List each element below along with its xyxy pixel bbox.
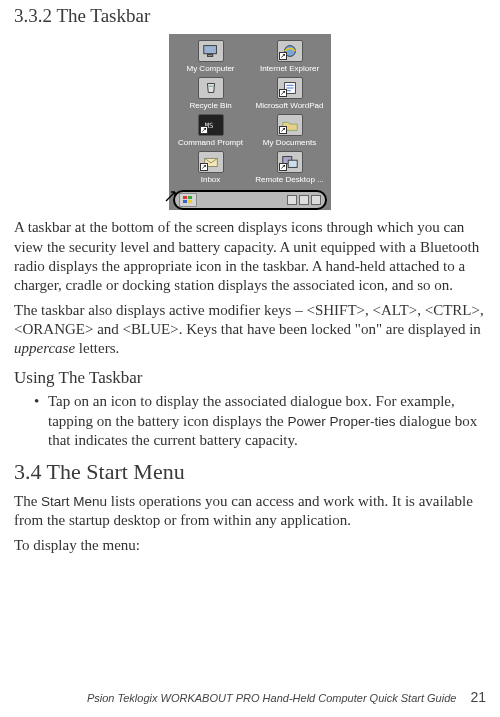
using-taskbar-heading: Using The Taskbar xyxy=(14,367,486,389)
icon-label: My Computer xyxy=(186,64,234,73)
para-modifier-keys: The taskbar also displays active modifie… xyxy=(14,301,486,359)
svg-rect-9 xyxy=(188,196,192,199)
icon-label: Command Prompt xyxy=(178,138,243,147)
icon-label: Remote Desktop ... xyxy=(255,175,323,184)
system-tray xyxy=(287,195,321,205)
wince-desktop: My Computer ↗ Internet Explorer Recycle … xyxy=(169,34,331,210)
icon-my-computer: My Computer xyxy=(173,40,248,75)
inbox-icon: ↗ xyxy=(198,151,224,173)
tray-icon xyxy=(311,195,321,205)
shortcut-arrow-icon: ↗ xyxy=(279,163,287,171)
computer-icon xyxy=(198,40,224,62)
svg-rect-10 xyxy=(183,200,187,203)
shortcut-arrow-icon: ↗ xyxy=(279,52,287,60)
rdp-icon: ↗ xyxy=(277,151,303,173)
section-332-heading: 3.3.2 The Taskbar xyxy=(14,4,486,28)
para-display-menu: To display the menu: xyxy=(14,536,486,555)
using-taskbar-list: Tap on an icon to display the associated… xyxy=(14,392,486,450)
icon-internet-explorer: ↗ Internet Explorer xyxy=(252,40,327,75)
icon-wordpad: ↗ Microsoft WordPad xyxy=(252,77,327,112)
ie-icon: ↗ xyxy=(277,40,303,62)
icon-my-documents: ↗ My Documents xyxy=(252,114,327,149)
icon-label: Microsoft WordPad xyxy=(256,101,324,110)
page-footer: Psion Teklogix WORKABOUT PRO Hand-Held C… xyxy=(14,689,486,707)
shortcut-arrow-icon: ↗ xyxy=(279,126,287,134)
svg-rect-8 xyxy=(183,196,187,199)
para-taskbar-intro: A taskbar at the bottom of the screen di… xyxy=(14,218,486,295)
svg-rect-1 xyxy=(207,55,212,57)
footer-title: Psion Teklogix WORKABOUT PRO Hand-Held C… xyxy=(87,691,456,705)
recycle-icon xyxy=(198,77,224,99)
para-start-menu-intro: The Start Menu lists operations you can … xyxy=(14,492,486,530)
folder-icon: ↗ xyxy=(277,114,303,136)
desktop-icon-grid: My Computer ↗ Internet Explorer Recycle … xyxy=(173,40,327,186)
section-34-heading: 3.4 The Start Menu xyxy=(14,458,486,486)
cmd-icon: MS ↗ xyxy=(198,114,224,136)
text-italic: uppercase xyxy=(14,340,75,356)
start-button-icon xyxy=(179,193,197,207)
icon-label: Recycle Bin xyxy=(189,101,231,110)
shortcut-arrow-icon: ↗ xyxy=(200,126,208,134)
text: letters. xyxy=(75,340,119,356)
svg-rect-7 xyxy=(288,161,297,168)
text: The xyxy=(14,493,41,509)
ui-term: Power Proper-ties xyxy=(288,414,396,429)
icon-recycle-bin: Recycle Bin xyxy=(173,77,248,112)
icon-label: Inbox xyxy=(201,175,221,184)
ui-term: Start Menu xyxy=(41,494,107,509)
icon-label: Internet Explorer xyxy=(260,64,319,73)
page-number: 21 xyxy=(470,689,486,707)
svg-rect-11 xyxy=(188,200,192,203)
callout-arrow-icon xyxy=(165,188,179,202)
tray-icon xyxy=(299,195,309,205)
list-item: Tap on an icon to display the associated… xyxy=(34,392,486,450)
icon-command-prompt: MS ↗ Command Prompt xyxy=(173,114,248,149)
text: The taskbar also displays active modifie… xyxy=(14,302,484,337)
svg-rect-0 xyxy=(203,46,216,54)
icon-inbox: ↗ Inbox xyxy=(173,151,248,186)
tray-icon xyxy=(287,195,297,205)
taskbar xyxy=(173,190,327,210)
shortcut-arrow-icon: ↗ xyxy=(200,163,208,171)
shortcut-arrow-icon: ↗ xyxy=(279,89,287,97)
icon-label: My Documents xyxy=(263,138,316,147)
taskbar-screenshot: My Computer ↗ Internet Explorer Recycle … xyxy=(14,34,486,210)
icon-remote-desktop: ↗ Remote Desktop ... xyxy=(252,151,327,186)
wordpad-icon: ↗ xyxy=(277,77,303,99)
